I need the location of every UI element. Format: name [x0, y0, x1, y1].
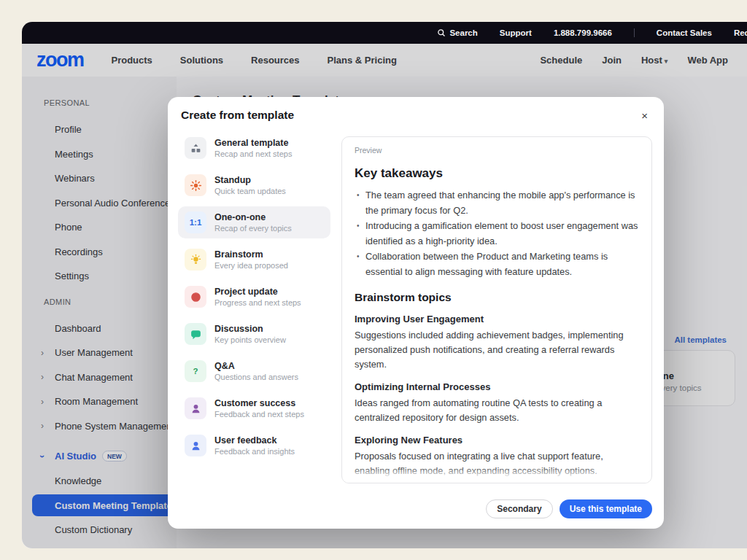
topbar-divider — [634, 28, 635, 37]
preview-heading-key-takeaways: Key takeaways — [355, 166, 639, 181]
section-body: Ideas ranged from automating routine QA … — [355, 396, 639, 425]
template-name: User feedback — [214, 435, 295, 446]
template-name: General template — [214, 137, 292, 149]
contact-sales-link[interactable]: Contact Sales — [657, 28, 712, 37]
template-description: Key points overview — [214, 335, 286, 345]
template-description: Every idea proposed — [214, 260, 288, 271]
template-list-item[interactable]: Customer success Feedback and next steps — [178, 392, 330, 424]
person-ribbon-icon — [185, 397, 206, 419]
support-link[interactable]: Support — [500, 28, 532, 37]
top-utility-bar: Search Support 1.888.799.9666 Contact Sa… — [22, 22, 747, 44]
search-icon — [437, 28, 446, 37]
section-heading: Optimizing Internal Processes — [355, 381, 639, 392]
preview-bottom-fade — [343, 467, 651, 483]
template-preview-panel: Preview Key takeaways The team agreed th… — [341, 136, 652, 483]
preview-heading-brainstorm-topics: Brainstorm topics — [355, 291, 639, 304]
search-label: Search — [449, 28, 477, 37]
lightbulb-icon — [185, 249, 206, 271]
brainstorm-sections: Improving User Engagement Suggestions in… — [355, 314, 639, 478]
template-list-item[interactable]: 1:1 One-on-one Recap of every topics — [178, 206, 330, 238]
template-name: Customer success — [214, 397, 304, 409]
template-name: Q&A — [214, 360, 298, 372]
person-icon — [185, 435, 206, 456]
takeaway-item: Introducing a gamification element to bo… — [355, 219, 639, 249]
question-icon: ? — [185, 360, 206, 382]
secondary-button[interactable]: Secondary — [486, 499, 552, 518]
template-list-item[interactable]: Brainstorm Every idea proposed — [178, 244, 330, 276]
template-list-item[interactable]: Project update Progress and next steps — [178, 281, 330, 313]
template-list-item[interactable]: Discussion Key points overview — [178, 318, 330, 350]
template-description: Quick team updates — [214, 186, 286, 196]
template-description: Recap and next steps — [214, 149, 292, 159]
template-name: Standup — [214, 174, 286, 186]
create-from-template-modal: Create from template × General template … — [168, 97, 664, 529]
modal-header: Create from template × — [168, 97, 664, 122]
use-this-template-button[interactable]: Use this template — [560, 499, 652, 518]
template-name: Brainstorm — [214, 249, 288, 260]
request-demo-link[interactable]: Request a Demo — [734, 28, 747, 37]
template-description: Feedback and insights — [214, 446, 295, 456]
sales-phone-number[interactable]: 1.888.799.9666 — [554, 28, 612, 37]
search-button[interactable]: Search — [437, 28, 477, 37]
modal-title: Create from template — [181, 109, 294, 122]
template-name: Project update — [214, 286, 301, 298]
org-chart-icon — [185, 137, 206, 159]
preview-label: Preview — [355, 146, 639, 155]
one-on-one-icon: 1:1 — [185, 211, 206, 233]
modal-body: General template Recap and next steps St… — [178, 132, 652, 488]
screenshot-root: { "colors": { "brand_blue": "#0b5cff", "… — [0, 0, 747, 560]
section-body: Suggestions included adding achievement … — [355, 328, 639, 372]
template-list-item[interactable]: General template Recap and next steps — [178, 132, 330, 164]
template-list-item[interactable]: User feedback Feedback and insights — [178, 429, 330, 462]
takeaway-item: The team agreed that enhancing the mobil… — [355, 188, 639, 218]
key-takeaways-list: The team agreed that enhancing the mobil… — [355, 188, 639, 279]
template-description: Progress and next steps — [214, 298, 301, 308]
browser-window: Search Support 1.888.799.9666 Contact Sa… — [22, 22, 747, 548]
sun-icon — [185, 174, 206, 196]
template-description: Feedback and next steps — [214, 409, 304, 419]
section-heading: Improving User Engagement — [355, 314, 639, 324]
section-heading: Exploring New Features — [355, 435, 639, 446]
template-list: General template Recap and next steps St… — [178, 132, 341, 488]
template-name: Discussion — [214, 323, 286, 335]
template-list-item[interactable]: Standup Quick team updates — [178, 169, 330, 201]
target-icon — [185, 286, 206, 308]
template-list-item[interactable]: ? Q&A Questions and answers — [178, 355, 330, 387]
preview-section: Improving User Engagement Suggestions in… — [355, 314, 639, 372]
preview-section: Optimizing Internal Processes Ideas rang… — [355, 381, 639, 425]
chat-bubble-icon — [185, 323, 206, 345]
close-icon[interactable]: × — [641, 110, 648, 121]
template-description: Questions and answers — [214, 372, 298, 382]
takeaway-item: Collaboration between the Product and Ma… — [355, 249, 639, 279]
template-description: Recap of every topics — [214, 223, 292, 233]
template-name: One-on-one — [214, 211, 292, 223]
modal-footer: Secondary Use this template — [486, 499, 652, 518]
